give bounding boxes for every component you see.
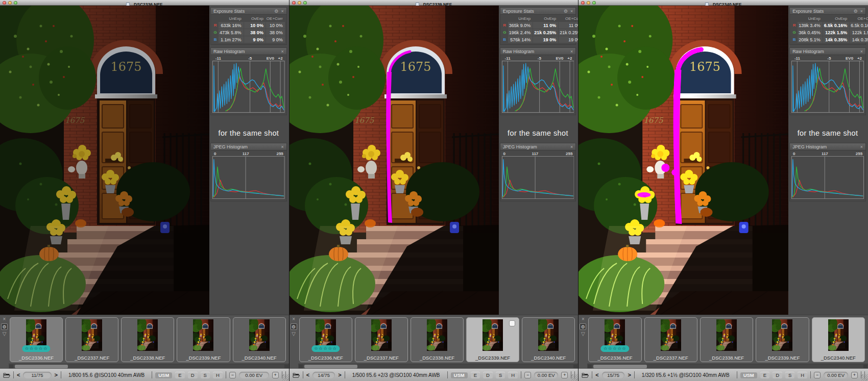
close-icon[interactable]: × — [860, 144, 863, 149]
ev-plus-button[interactable]: + — [561, 372, 568, 378]
thumbnail-dsc2339[interactable]: _DSC2339.NEF — [756, 317, 809, 362]
exposure-button[interactable]: E — [760, 372, 769, 378]
highlight-button[interactable]: H — [798, 372, 807, 378]
highlight-button[interactable]: H — [508, 372, 518, 378]
exposure-button[interactable]: E — [175, 372, 184, 378]
shadow-button[interactable]: S — [496, 372, 505, 378]
exposure-stats-header[interactable]: Exposure Stats ⚙ × — [500, 8, 576, 15]
filmstrip-scrollbar[interactable] — [9, 364, 289, 368]
gear-icon[interactable]: ⚙ — [564, 9, 568, 14]
close-icon[interactable]: × — [570, 144, 573, 149]
close-window-icon[interactable] — [581, 1, 585, 5]
exposure-stats-header[interactable]: Exposure Stats ⚙ × — [211, 8, 286, 15]
prev-image-button[interactable]: < — [595, 372, 598, 378]
close-window-icon[interactable] — [3, 1, 6, 5]
filmstrip-filter-icon[interactable]: ▽ — [3, 332, 7, 337]
raw-histogram-header[interactable]: Raw Histogram × — [790, 48, 865, 55]
jpeg-histogram-header[interactable]: JPEG Histogram × — [211, 143, 286, 150]
window-titlebar[interactable]: _DSC2339.NEF — [290, 0, 578, 6]
rating-stars[interactable]: ☆☆☆☆☆ — [601, 345, 629, 352]
prev-image-button[interactable]: < — [306, 372, 309, 378]
scrollbar-thumb[interactable] — [304, 365, 357, 368]
thumbnail-dsc2339[interactable]: _DSC2339.NEF — [177, 317, 230, 362]
zoom-window-icon[interactable] — [592, 1, 596, 5]
close-icon[interactable]: × — [860, 9, 863, 14]
thumbnail-dsc2337[interactable]: _DSC2337.NEF — [65, 317, 118, 362]
ev-minus-button[interactable]: − — [229, 372, 236, 378]
shadow-button[interactable]: S — [201, 372, 210, 378]
jpeg-histogram-header[interactable]: JPEG Histogram × — [790, 143, 865, 150]
minimize-window-icon[interactable] — [298, 1, 301, 5]
close-icon[interactable]: × — [281, 144, 283, 149]
shadow-button[interactable]: S — [785, 372, 794, 378]
raw-histogram-header[interactable]: Raw Histogram × — [500, 48, 576, 55]
highlight-button[interactable]: H — [213, 372, 223, 378]
thumbnail-dsc2340[interactable]: _DSC2340.NEF — [522, 317, 575, 362]
exposure-button[interactable]: E — [471, 372, 480, 378]
window-titlebar[interactable]: _DSC2340.NEF — [578, 0, 868, 6]
next-image-button[interactable]: > — [628, 372, 631, 378]
detail-button[interactable]: D — [483, 372, 493, 378]
usm-button[interactable]: USM — [740, 372, 757, 378]
scrollbar-right-cap[interactable] — [863, 365, 867, 368]
close-icon[interactable]: × — [570, 49, 573, 54]
thumbnail-dsc2339[interactable]: _DSC2339.NEF — [466, 317, 519, 362]
filmstrip-close-icon[interactable]: × — [292, 317, 295, 322]
detail-button[interactable]: D — [773, 372, 782, 378]
scrollbar-left-cap[interactable] — [299, 365, 303, 368]
filmstrip-gear-icon[interactable]: ⚙ — [580, 323, 586, 330]
close-icon[interactable]: × — [281, 9, 283, 14]
ev-plus-button[interactable]: + — [851, 372, 858, 378]
thumbnail-dsc2337[interactable]: _DSC2337.NEF — [644, 317, 697, 362]
close-window-icon[interactable] — [292, 1, 296, 5]
usm-button[interactable]: USM — [155, 372, 172, 378]
usm-button[interactable]: USM — [451, 372, 468, 378]
filmstrip-gear-icon[interactable]: ⚙ — [1, 323, 8, 330]
scrollbar-left-cap[interactable] — [9, 365, 13, 368]
zoom-window-icon[interactable] — [14, 1, 17, 5]
zoom-window-icon[interactable] — [303, 1, 307, 5]
scrollbar-thumb[interactable] — [593, 365, 646, 368]
resize-grip[interactable] — [861, 374, 867, 380]
scrollbar-right-cap[interactable] — [573, 365, 577, 368]
photo-viewport[interactable] — [578, 6, 788, 315]
ev-plus-button[interactable]: + — [272, 372, 279, 378]
close-icon[interactable]: × — [570, 9, 573, 14]
next-image-button[interactable]: > — [55, 372, 58, 378]
filmstrip-close-icon[interactable]: × — [3, 317, 6, 322]
filmstrip-gear-icon[interactable]: ⚙ — [291, 323, 297, 330]
filmstrip-scrollbar[interactable] — [298, 364, 578, 368]
minimize-window-icon[interactable] — [587, 1, 590, 5]
thumbnail-dsc2338[interactable]: _DSC2338.NEF — [121, 317, 174, 362]
photo-viewport[interactable] — [290, 6, 499, 315]
thumbnail-dsc2337[interactable]: _DSC2337.NEF — [355, 317, 408, 362]
thumbnail-dsc2340[interactable]: _DSC2340.NEF — [233, 317, 286, 362]
filmstrip-filter-icon[interactable]: ▽ — [292, 332, 296, 337]
thumbnail-dsc2340[interactable]: _DSC2340.NEF — [812, 317, 865, 362]
resize-grip[interactable] — [571, 374, 577, 380]
thumbnail-dsc2338[interactable]: _DSC2338.NEF — [411, 317, 464, 362]
rating-stars[interactable]: ☆☆☆☆☆ — [22, 345, 50, 352]
raw-histogram-header[interactable]: Raw Histogram × — [211, 48, 286, 55]
detail-button[interactable]: D — [188, 372, 198, 378]
open-folder-icon[interactable] — [582, 372, 589, 378]
open-folder-icon[interactable] — [3, 372, 10, 378]
minimize-window-icon[interactable] — [8, 1, 12, 5]
rating-stars[interactable]: ☆☆☆☆☆ — [311, 345, 340, 352]
gear-icon[interactable]: ⚙ — [274, 9, 278, 14]
gear-icon[interactable]: ⚙ — [854, 9, 858, 14]
close-icon[interactable]: × — [860, 49, 863, 54]
thumbnail-dsc2336[interactable]: ☆☆☆☆☆ _DSC2336.NEF — [588, 317, 641, 362]
next-image-button[interactable]: > — [338, 372, 341, 378]
prev-image-button[interactable]: < — [17, 372, 20, 378]
photo-viewport[interactable] — [0, 6, 209, 315]
filmstrip-scrollbar[interactable] — [587, 364, 868, 368]
jpeg-histogram-header[interactable]: JPEG Histogram × — [500, 143, 576, 150]
open-folder-icon[interactable] — [293, 372, 300, 378]
filmstrip-filter-icon[interactable]: ▽ — [581, 332, 585, 337]
thumbnail-dsc2336[interactable]: ☆☆☆☆☆ _DSC2336.NEF — [299, 317, 352, 362]
filmstrip-close-icon[interactable]: × — [582, 317, 585, 322]
thumbnail-dsc2338[interactable]: _DSC2338.NEF — [700, 317, 753, 362]
ev-minus-button[interactable]: − — [814, 372, 821, 378]
resize-grip[interactable] — [282, 374, 288, 380]
